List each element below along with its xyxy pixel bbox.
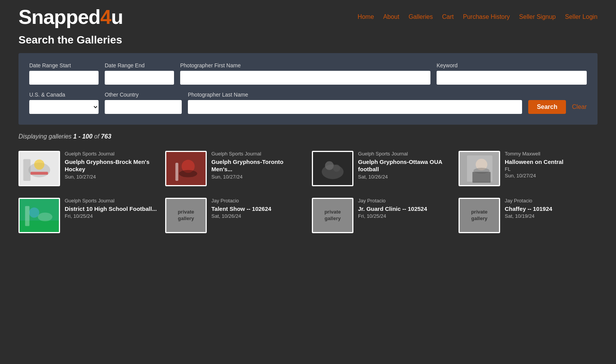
private-gallery-thumb: privategallery: [459, 198, 500, 233]
list-item[interactable]: Guelph Sports Journal District 10 High S…: [18, 198, 157, 233]
gallery-location: FL: [505, 166, 564, 172]
private-gallery-label: privategallery: [471, 209, 488, 222]
gallery-grid: Guelph Sports Journal Guelph Gryphons-Br…: [0, 144, 616, 245]
gallery-date: Sat, 10/26/24: [211, 213, 271, 219]
private-gallery-thumb: privategallery: [312, 198, 353, 233]
list-item[interactable]: Guelph Sports Journal Guelph Gryphons-Ot…: [312, 151, 451, 186]
gallery-name: Guelph Gryphons-Brock Men's Hockey: [65, 158, 157, 173]
other-country-field: Other Country: [105, 92, 182, 114]
date-range-end-input[interactable]: [105, 71, 174, 85]
svg-point-23: [38, 212, 52, 221]
photographer-last-name-field: Photographer Last Name: [188, 92, 522, 114]
gallery-name: Chaffey -- 101924: [505, 205, 552, 213]
list-item[interactable]: privategallery Jay Protacio Talent Show …: [165, 198, 304, 233]
search-button[interactable]: Search: [528, 100, 566, 114]
nav-about[interactable]: About: [383, 13, 399, 20]
list-item[interactable]: Tommy Maxwell Halloween on Central FL Su…: [459, 151, 598, 186]
gallery-date: Sat, 10/26/24: [358, 174, 451, 180]
gallery-photographer: Jay Protacio: [211, 198, 271, 204]
gallery-info: Jay Protacio Jr. Guard Clinic -- 102524 …: [358, 198, 427, 219]
logo-four: 4: [100, 6, 111, 28]
date-range-start-label: Date Range Start: [29, 62, 99, 68]
page-title-wrap: Search the Galleries: [0, 31, 616, 53]
results-total: 763: [101, 133, 111, 140]
svg-point-22: [29, 207, 39, 217]
gallery-info: Guelph Sports Journal Guelph Gryphons-Br…: [65, 151, 157, 180]
other-country-label: Other Country: [105, 92, 182, 98]
clear-button[interactable]: Clear: [572, 104, 587, 110]
date-range-start-field: Date Range Start: [29, 62, 99, 85]
gallery-info: Guelph Sports Journal Guelph Gryphons-To…: [211, 151, 304, 180]
photographer-first-name-field: Photographer First Name: [180, 62, 430, 85]
nav-purchase-history[interactable]: Purchase History: [463, 13, 510, 20]
svg-rect-3: [30, 172, 48, 175]
private-gallery-thumb: privategallery: [165, 198, 207, 233]
nav-seller-login[interactable]: Seller Login: [565, 13, 598, 20]
gallery-name: District 10 High School Football...: [65, 205, 157, 213]
gallery-info: Guelph Sports Journal Guelph Gryphons-Ot…: [358, 151, 451, 180]
search-row-2: U.S. & Canada United States Canada Other…: [29, 92, 587, 114]
gallery-date: Fri, 10/25/24: [65, 213, 157, 219]
header: Snapped4u Home About Galleries Cart Purc…: [0, 0, 616, 31]
gallery-date: Sun, 10/27/24: [505, 173, 564, 179]
gallery-photographer: Jay Protacio: [358, 198, 427, 204]
list-item[interactable]: Guelph Sports Journal Guelph Gryphons-Br…: [18, 151, 157, 186]
svg-rect-8: [176, 163, 179, 181]
search-row-1: Date Range Start Date Range End Photogra…: [29, 62, 587, 85]
results-info: Displaying galleries 1 - 100 of 763: [0, 125, 616, 144]
date-range-end-field: Date Range End: [105, 62, 174, 85]
date-range-end-label: Date Range End: [105, 62, 174, 68]
list-item[interactable]: Guelph Sports Journal Guelph Gryphons-To…: [165, 151, 304, 186]
list-item[interactable]: privategallery Jay Protacio Chaffey -- 1…: [459, 198, 598, 233]
gallery-photographer: Guelph Sports Journal: [211, 151, 304, 157]
private-gallery-label: privategallery: [325, 209, 341, 222]
page-title: Search the Galleries: [18, 34, 598, 46]
logo[interactable]: Snapped4u: [18, 7, 123, 27]
gallery-info: Guelph Sports Journal District 10 High S…: [65, 198, 157, 219]
gallery-photographer: Guelph Sports Journal: [65, 198, 157, 204]
keyword-input[interactable]: [437, 71, 587, 85]
search-panel: Date Range Start Date Range End Photogra…: [18, 53, 598, 125]
gallery-thumb: [312, 151, 353, 186]
logo-text: Snapped4u: [18, 7, 123, 27]
us-canada-select[interactable]: United States Canada: [29, 100, 99, 114]
nav-galleries[interactable]: Galleries: [408, 13, 433, 20]
us-canada-field: U.S. & Canada United States Canada: [29, 92, 99, 114]
photographer-first-name-label: Photographer First Name: [180, 62, 430, 68]
nav-home[interactable]: Home: [358, 13, 374, 20]
svg-rect-24: [25, 206, 29, 226]
us-canada-label: U.S. & Canada: [29, 92, 99, 98]
gallery-name: Guelph Gryphons-Toronto Men's...: [211, 158, 304, 173]
gallery-info: Tommy Maxwell Halloween on Central FL Su…: [505, 151, 564, 179]
gallery-name: Halloween on Central: [505, 158, 564, 166]
gallery-info: Jay Protacio Chaffey -- 101924 Sat, 10/1…: [505, 198, 552, 219]
gallery-thumb: [18, 198, 60, 233]
svg-point-19: [474, 168, 490, 174]
photographer-last-name-input[interactable]: [188, 100, 522, 114]
gallery-date: Sun, 10/27/24: [211, 174, 304, 180]
date-range-start-input[interactable]: [29, 71, 99, 85]
other-country-input[interactable]: [105, 100, 182, 114]
gallery-photographer: Guelph Sports Journal: [358, 151, 451, 157]
gallery-photographer: Jay Protacio: [505, 198, 552, 204]
logo-snapped: Snapped: [18, 6, 100, 28]
svg-point-2: [34, 159, 44, 169]
gallery-photographer: Guelph Sports Journal: [65, 151, 157, 157]
gallery-thumb: [459, 151, 500, 186]
list-item[interactable]: privategallery Jay Protacio Jr. Guard Cl…: [312, 198, 451, 233]
gallery-date: Sun, 10/27/24: [65, 174, 157, 180]
logo-u: u: [111, 6, 123, 28]
gallery-info: Jay Protacio Talent Show -- 102624 Sat, …: [211, 198, 271, 219]
nav-seller-signup[interactable]: Seller Signup: [519, 13, 556, 20]
gallery-photographer: Tommy Maxwell: [505, 151, 564, 157]
search-actions: Search Clear: [528, 100, 587, 114]
gallery-thumb: [18, 151, 60, 186]
keyword-label: Keyword: [437, 62, 587, 68]
photographer-last-name-label: Photographer Last Name: [188, 92, 522, 98]
gallery-date: Fri, 10/25/24: [358, 213, 427, 219]
gallery-thumb: [165, 151, 207, 186]
svg-point-9: [179, 170, 197, 177]
photographer-first-name-input[interactable]: [180, 71, 430, 85]
results-range: 1 - 100: [73, 133, 92, 140]
nav-cart[interactable]: Cart: [442, 13, 454, 20]
